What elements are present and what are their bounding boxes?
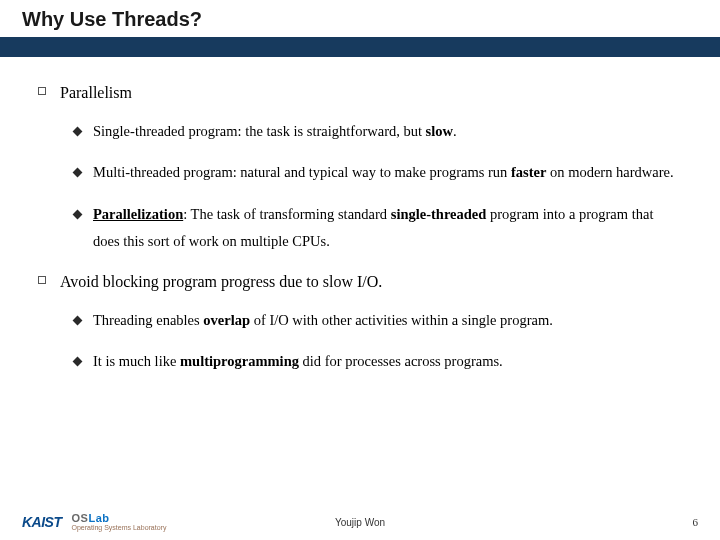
oslab-logo: OSLab Operating Systems Laboratory [72,513,167,531]
diamond-bullet-icon [73,315,83,325]
text-bold: faster [511,164,546,180]
list-item: Single-threaded program: the task is str… [38,118,682,146]
square-bullet-icon [38,276,46,284]
kaist-logo: KAIST [22,514,62,530]
lab-lab: Lab [88,512,109,524]
text-bold: single-threaded [391,206,487,222]
item-text: Multi-threaded program: natural and typi… [93,159,682,187]
item-text: It is much like multiprogramming did for… [93,348,682,376]
diamond-bullet-icon [73,126,83,136]
text-run: Multi-threaded program: natural and typi… [93,164,511,180]
list-item: Multi-threaded program: natural and typi… [38,159,682,187]
section-heading: Avoid blocking program progress due to s… [38,270,682,295]
text-run: It is much like [93,353,180,369]
text-run: did for processes across programs. [299,353,503,369]
footer-author: Youjip Won [335,517,385,528]
heading-text: Parallelism [60,81,132,106]
title-band [0,37,720,57]
lab-fullname: Operating Systems Laboratory [72,524,167,531]
square-bullet-icon [38,87,46,95]
item-text: Threading enables overlap of I/O with ot… [93,307,682,335]
text-run: of I/O with other activities within a si… [250,312,553,328]
page-number: 6 [693,516,699,528]
lab-os: OS [72,512,89,524]
slide-footer: KAIST OSLab Operating Systems Laboratory… [0,504,720,540]
section-heading: Parallelism [38,81,682,106]
text-bold: overlap [203,312,250,328]
slide-title: Why Use Threads? [0,0,720,37]
text-run: on modern hardware. [546,164,673,180]
text-bold-underline: Parallelization [93,206,183,222]
slide: Why Use Threads? Parallelism Single-thre… [0,0,720,540]
text-run: . [453,123,457,139]
slide-content: Parallelism Single-threaded program: the… [0,57,720,540]
list-item: Threading enables overlap of I/O with ot… [38,307,682,335]
diamond-bullet-icon [73,209,83,219]
text-run: : The task of transforming standard [183,206,391,222]
text-run: Threading enables [93,312,203,328]
heading-text: Avoid blocking program progress due to s… [60,270,382,295]
diamond-bullet-icon [73,357,83,367]
footer-left: KAIST OSLab Operating Systems Laboratory [22,513,166,531]
text-run: Single-threaded program: the task is str… [93,123,426,139]
section-parallelism: Parallelism Single-threaded program: the… [38,81,682,256]
item-text: Single-threaded program: the task is str… [93,118,682,146]
text-bold: slow [426,123,453,139]
item-text: Parallelization: The task of transformin… [93,201,682,256]
list-item: It is much like multiprogramming did for… [38,348,682,376]
text-bold: multiprogramming [180,353,299,369]
diamond-bullet-icon [73,168,83,178]
list-item: Parallelization: The task of transformin… [38,201,682,256]
section-avoid-blocking: Avoid blocking program progress due to s… [38,270,682,376]
